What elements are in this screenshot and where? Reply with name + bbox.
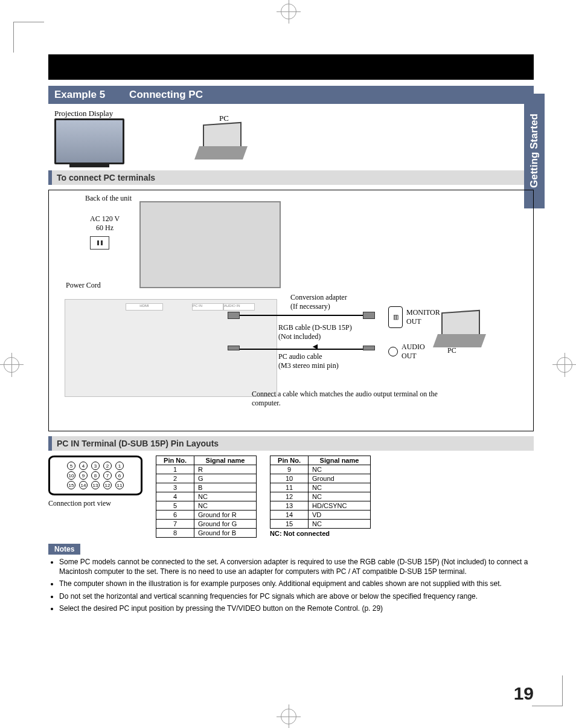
section-title-bar: Example 5 Connecting PC xyxy=(48,86,534,104)
pc-audio-cable-label: PC audio cable (M3 stereo mini pin) xyxy=(278,352,339,370)
pin-circle: 9 xyxy=(79,471,88,480)
table-row: 7Ground for G xyxy=(156,520,257,529)
pin-table-right: Pin No.Signal name 9NC 10Ground 11NC 12N… xyxy=(270,456,371,529)
table-row: 4NC xyxy=(156,492,257,501)
pin-circle: 4 xyxy=(79,462,88,470)
rgb-cable-label: RGB cable (D-SUB 15P) (Not included) ◄ xyxy=(278,323,352,352)
rgb-cable-line-icon xyxy=(230,315,369,316)
rgb-cable-l1: RGB cable (D-SUB 15P) xyxy=(278,323,352,332)
header-black-bar xyxy=(48,54,534,80)
pc-label-top: PC xyxy=(197,114,251,123)
pin-circle: 14 xyxy=(79,481,88,489)
pc-in-label-icon: PC IN xyxy=(192,303,223,311)
table-row: 14VD xyxy=(270,511,371,520)
subsection-connect-pc: To connect PC terminals xyxy=(48,170,534,185)
projection-display-label: Projection Display xyxy=(54,109,124,118)
list-item: Select the desired PC input position by … xyxy=(59,604,534,613)
plug-icon xyxy=(363,312,375,319)
page-number: 19 xyxy=(514,683,534,704)
pin-circle: 10 xyxy=(67,471,75,480)
crop-corner-icon xyxy=(532,675,563,706)
registration-mark-icon xyxy=(281,709,296,724)
jack-icon xyxy=(228,346,240,350)
nc-note: NC: Not connected xyxy=(270,530,371,537)
table-row: 3B xyxy=(156,483,257,492)
pin-circle: 7 xyxy=(103,471,112,480)
pin-circle: 5 xyxy=(67,462,75,470)
list-item: Do not set the horizontal and vertical s… xyxy=(59,591,534,601)
table-row: 5NC xyxy=(156,501,257,511)
plug-icon xyxy=(228,312,240,319)
th-signal: Signal name xyxy=(194,456,257,465)
pin-circle: 12 xyxy=(103,481,112,489)
table-row: 2G xyxy=(156,474,257,483)
pin-table-right-block: Pin No.Signal name 9NC 10Ground 11NC 12N… xyxy=(270,456,371,537)
conv-adapter-l1: Conversion adapter xyxy=(290,293,347,302)
laptop-diagram-icon xyxy=(435,311,490,347)
crop-corner-icon xyxy=(13,22,44,53)
laptop-icon xyxy=(197,123,251,159)
th-signal: Signal name xyxy=(309,456,371,465)
table-row: 6Ground for R xyxy=(156,511,257,520)
table-row: 13HD/CSYNC xyxy=(270,501,371,511)
table-row: 11NC xyxy=(270,483,371,492)
pc-audio-l2: (M3 stereo mini pin) xyxy=(278,361,339,370)
pc-block: PC xyxy=(197,114,251,159)
pc-label-diagram: PC xyxy=(447,346,456,355)
pin-circle: 11 xyxy=(115,481,124,489)
pin-circle: 15 xyxy=(67,481,75,489)
pin-circle: 3 xyxy=(91,462,100,470)
table-row: 8Ground for B xyxy=(156,529,257,538)
pin-table-left: Pin No.Signal name 1R 2G 3B 4NC 5NC 6Gro… xyxy=(156,456,257,538)
port-caption: Connection port view xyxy=(48,499,142,508)
notes-heading: Notes xyxy=(48,544,80,555)
ac-power-label: AC 120 V 60 Hz xyxy=(90,214,120,250)
list-item: Some PC models cannot be connected to th… xyxy=(59,557,534,576)
dsub-row2: 10 9 8 7 6 xyxy=(67,471,124,480)
rgb-cable-l2: (Not included) xyxy=(278,332,352,341)
audio-jack-icon xyxy=(388,347,398,356)
dsub-row1: 5 4 3 2 1 xyxy=(67,462,124,470)
pin-circle: 1 xyxy=(115,462,124,470)
connection-diagram: Back of the unit AC 120 V 60 Hz Power Co… xyxy=(48,190,534,431)
vga-port-icon: ▥ xyxy=(388,306,403,328)
terminal-panel-icon: HDMI PC IN AUDIO IN xyxy=(65,299,277,397)
unit-back-panel-icon xyxy=(139,201,281,288)
table-row: 9NC xyxy=(270,465,371,474)
pin-circle: 6 xyxy=(115,471,124,480)
pin-circle: 13 xyxy=(91,481,100,489)
dsub-port-block: 5 4 3 2 1 10 9 8 7 6 15 14 13 12 xyxy=(48,456,142,508)
pin-circle: 2 xyxy=(103,462,112,470)
top-illustration-row: Projection Display PC xyxy=(54,109,534,164)
example-label: Example 5 xyxy=(54,89,105,101)
table-row: 1R xyxy=(156,465,257,474)
arrow-left-icon: ◄ xyxy=(278,341,352,352)
back-of-unit-label: Back of the unit xyxy=(85,194,132,203)
registration-mark-icon xyxy=(557,357,572,373)
hdmi-label-icon: HDMI xyxy=(126,303,163,311)
notes-list: Some PC models cannot be connected to th… xyxy=(48,557,534,613)
ac-line1: AC 120 V xyxy=(90,214,120,224)
page: Getting Started Example 5 Connecting PC … xyxy=(0,0,576,728)
registration-mark-icon xyxy=(4,357,19,373)
pin-circle: 8 xyxy=(91,471,100,480)
tv-icon xyxy=(54,118,124,164)
th-pin: Pin No. xyxy=(270,456,309,465)
monitor-out-label: ▥ MONITOR OUT xyxy=(388,306,440,328)
list-item: The computer shown in the illustration i… xyxy=(59,579,534,588)
th-pin: Pin No. xyxy=(156,456,194,465)
audio-in-label-icon: AUDIO IN xyxy=(223,303,255,311)
power-cord-label: Power Cord xyxy=(66,281,101,290)
conversion-adapter-label: Conversion adapter (If necessary) xyxy=(290,293,347,311)
pin-layout-section: 5 4 3 2 1 10 9 8 7 6 15 14 13 12 xyxy=(48,456,534,538)
conv-adapter-l2: (If necessary) xyxy=(290,302,347,311)
audio-out-l2: OUT xyxy=(402,352,425,361)
projection-display-block: Projection Display xyxy=(54,109,124,164)
audio-out-label: AUDIO OUT xyxy=(388,343,425,361)
registration-mark-icon xyxy=(281,4,296,19)
jack-icon xyxy=(363,346,375,350)
power-outlet-icon xyxy=(90,236,109,250)
section-title: Connecting PC xyxy=(129,89,203,101)
dsub-row3: 15 14 13 12 11 xyxy=(67,481,124,489)
audio-match-note: Connect a cable which matches the audio … xyxy=(252,390,445,408)
